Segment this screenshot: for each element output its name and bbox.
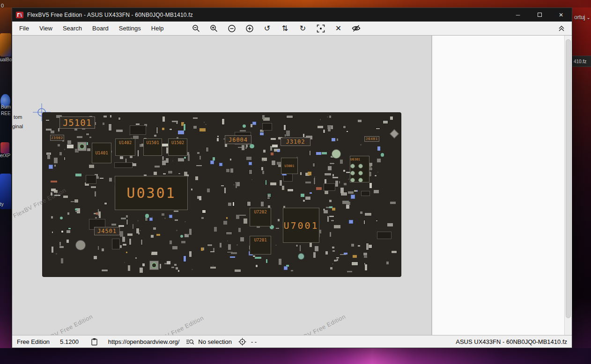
titlebar[interactable]: FlexBV5 Free Edition - ASUS UX433FN - 60… xyxy=(12,8,572,22)
clear-selection-icon[interactable]: ✕ xyxy=(334,24,343,33)
board-part xyxy=(51,216,53,218)
board-part xyxy=(154,135,156,137)
board-component-u1502[interactable]: U1502 xyxy=(168,138,187,156)
board-part xyxy=(126,159,126,162)
board-part xyxy=(172,246,177,249)
center-view-icon[interactable] xyxy=(316,24,325,33)
taskbar-tab-fragment[interactable]: 410.fz xyxy=(572,56,591,67)
board-part xyxy=(303,200,305,202)
board-part xyxy=(339,181,340,183)
board-part xyxy=(325,251,328,254)
board-part xyxy=(387,223,393,226)
board-component-j5101[interactable]: J5101 xyxy=(59,116,95,129)
maximize-button[interactable] xyxy=(529,8,550,22)
board-part xyxy=(279,259,282,265)
panel-divider[interactable] xyxy=(431,36,432,335)
pcb-board[interactable]: J5101J3902U1401U1402U1501U1502J6004J3102… xyxy=(43,113,401,277)
board-part xyxy=(124,262,126,263)
board-part xyxy=(284,267,287,269)
statusbar-board-title: ASUS UX433FN - 60NB0JQ0-MB1410.fz xyxy=(456,338,567,345)
board-part xyxy=(375,175,377,176)
board-part xyxy=(331,220,334,221)
board-component-j3102[interactable]: J3102 xyxy=(281,138,310,146)
board-component-u7202[interactable]: U7202 xyxy=(250,208,271,226)
board-part xyxy=(75,240,86,250)
context-menu-fragment[interactable]: ortuj⌄ xyxy=(574,14,591,21)
board-component-u6301[interactable]: U6301 xyxy=(350,156,369,182)
maximize-icon xyxy=(538,13,542,17)
board-component-u1402[interactable]: U1402 xyxy=(115,138,135,156)
clipboard-icon[interactable] xyxy=(91,338,98,346)
board-component-u1501[interactable]: U1501 xyxy=(143,138,162,156)
menu-board[interactable]: Board xyxy=(87,22,114,34)
board-part xyxy=(300,245,301,251)
close-button[interactable]: ✕ xyxy=(550,8,572,22)
component-label: U6301 xyxy=(350,158,360,161)
project-url[interactable]: https://openboardview.org/ xyxy=(108,338,180,345)
board-part xyxy=(135,257,137,259)
board-part xyxy=(207,244,212,246)
board-part xyxy=(260,132,264,136)
board-part xyxy=(188,154,190,160)
minimize-button[interactable]: ─ xyxy=(507,8,529,22)
board-part xyxy=(330,232,332,237)
board-part xyxy=(162,213,164,216)
plus-circle-icon[interactable] xyxy=(245,24,254,33)
board-component-u3001[interactable]: U3001 xyxy=(281,158,298,174)
desktop-icon-fragment[interactable] xyxy=(0,142,9,153)
board-component-j6401[interactable]: J6401 xyxy=(364,136,379,142)
board-component-u7001[interactable]: U7001 xyxy=(283,208,319,243)
scrollbar-thumb[interactable] xyxy=(566,39,571,318)
eye-off-icon[interactable] xyxy=(352,24,361,33)
board-part xyxy=(150,218,152,220)
board-part xyxy=(66,240,69,243)
component-label: U7001 xyxy=(283,220,318,231)
board-part xyxy=(262,123,272,130)
board-part xyxy=(313,163,315,167)
board-component-u1401[interactable]: U1401 xyxy=(92,143,111,163)
board-component-j6004[interactable]: J6004 xyxy=(225,135,251,144)
board-part xyxy=(137,220,139,222)
vertical-scrollbar[interactable] xyxy=(564,36,572,335)
board-component-j3902[interactable]: J3902 xyxy=(50,135,64,141)
board-part xyxy=(377,172,379,173)
flip-vertical-icon[interactable]: ⇅ xyxy=(281,24,290,33)
menu-search[interactable]: Search xyxy=(58,22,87,34)
desktop-icon-fragment[interactable] xyxy=(0,33,11,57)
minus-circle-icon[interactable] xyxy=(227,24,236,33)
board-part xyxy=(75,211,79,212)
zoom-in-icon[interactable] xyxy=(209,24,219,33)
board-component-j4501[interactable]: J4501 xyxy=(94,227,120,235)
board-component-u7201[interactable]: U7201 xyxy=(250,236,271,255)
menu-help[interactable]: Help xyxy=(146,22,169,34)
board-part xyxy=(261,202,264,206)
board-canvas[interactable]: J5101J3902U1401U1402U1501U1502J6004J3102… xyxy=(12,36,431,335)
menu-file[interactable]: File xyxy=(14,22,34,34)
board-part xyxy=(266,259,267,263)
board-part xyxy=(202,210,206,213)
board-component-u0301[interactable]: U0301 xyxy=(115,176,188,210)
board-part xyxy=(298,253,304,260)
board-part xyxy=(249,162,251,165)
version-label: 5.1200 xyxy=(60,338,79,345)
board-part xyxy=(235,269,241,272)
rotate-ccw-icon[interactable]: ↺ xyxy=(263,24,272,33)
zoom-out-icon[interactable] xyxy=(192,24,201,33)
board-part xyxy=(390,202,396,204)
rotate-cw-icon[interactable]: ↻ xyxy=(298,24,308,33)
board-part xyxy=(360,144,362,146)
board-part xyxy=(250,144,254,148)
board-part xyxy=(340,188,344,193)
board-part xyxy=(129,134,131,136)
board-part xyxy=(351,195,355,198)
board-part xyxy=(243,124,246,128)
desktop-label-fragment: tom xyxy=(14,114,22,120)
collapse-toolbar-icon[interactable] xyxy=(557,24,566,33)
board-part xyxy=(130,156,133,159)
board-part xyxy=(220,243,221,248)
board-part xyxy=(164,218,166,219)
board-part xyxy=(109,124,112,131)
menu-view[interactable]: View xyxy=(34,22,58,34)
board-part xyxy=(268,195,269,197)
menu-settings[interactable]: Settings xyxy=(114,22,146,34)
